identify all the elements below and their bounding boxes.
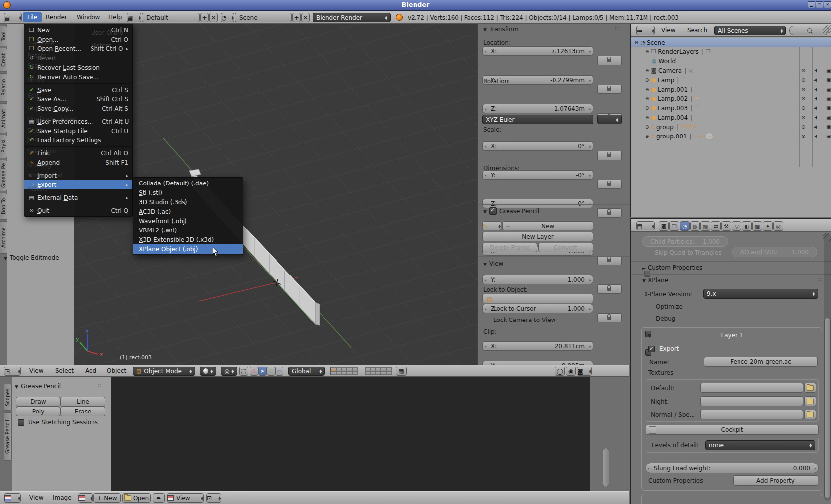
new-layer-button[interactable]: New Layer <box>482 232 593 241</box>
outliner-row-world[interactable]: ◍World <box>631 56 831 66</box>
add-property-button[interactable]: Add Property <box>733 475 818 486</box>
expand-icon[interactable]: ⊕ <box>645 77 649 83</box>
layer-cell[interactable] <box>365 367 370 371</box>
child-particles-field[interactable]: Child Particles:1.000 <box>642 236 728 247</box>
view-panel-header[interactable]: ▼View <box>483 260 627 268</box>
menu-help[interactable]: Help <box>104 12 126 22</box>
menu-item-save[interactable]: ✔SaveCtrl S <box>24 85 132 94</box>
cockpit-toggle-button[interactable]: Cockpit <box>646 425 819 435</box>
layer-cell[interactable] <box>386 371 392 375</box>
renderability-camera-icon[interactable]: ▣ <box>826 68 831 73</box>
tab-material[interactable]: ◐ <box>742 221 752 231</box>
outliner-row-group[interactable]: ⊕ʎgroup|▽▽▽⊙➤▣ <box>631 122 831 132</box>
gp-draw-button[interactable]: Draw <box>16 397 60 407</box>
menu-item-quit[interactable]: ⊗QuitCtrl Q <box>24 206 132 215</box>
toolshelf-tab-creat[interactable]: Creat <box>0 48 7 72</box>
menu-window[interactable]: Window <box>72 12 104 22</box>
lock-toggle-button[interactable] <box>597 284 622 294</box>
scene-add-button[interactable]: + <box>292 13 301 22</box>
outliner-menu-search[interactable]: Search <box>683 25 712 35</box>
selectability-cursor-icon[interactable]: ➤ <box>812 95 819 101</box>
collapse-icon[interactable]: ⊖ <box>634 40 638 45</box>
manipulator-axes-button[interactable]: ✛ <box>250 367 258 376</box>
selectability-cursor-icon[interactable]: ➤ <box>812 105 819 111</box>
scene-field[interactable]: Scene <box>235 13 292 22</box>
visibility-eye-icon[interactable]: ⊙ <box>801 105 805 111</box>
menu-item-user-preferences[interactable]: ▦User Preferences...Ctrl Alt U <box>24 117 132 126</box>
renderability-camera-icon[interactable]: ▣ <box>826 77 831 83</box>
visibility-eye-icon[interactable]: ⊙ <box>801 68 805 73</box>
layer-cell[interactable] <box>365 371 370 375</box>
tab-object[interactable]: ▧ <box>700 221 710 231</box>
layer-cell[interactable] <box>336 367 342 371</box>
expand-icon[interactable]: ⊕ <box>645 68 649 73</box>
transform-field[interactable]: Z:1.07643m <box>482 104 593 113</box>
gizmo-button[interactable]: ⊡▲▼ <box>206 493 221 503</box>
menu-item-recover-last-session[interactable]: ↻Recover Last Session <box>24 63 132 72</box>
view3d-menu-view[interactable]: View <box>25 366 47 376</box>
export-item-3d-studio-3ds[interactable]: 3D Studio (.3ds) <box>133 197 243 207</box>
lock-toggle-button[interactable] <box>597 180 622 189</box>
tab-particles[interactable]: ✦ <box>763 221 773 231</box>
properties-scrollbar-thumb[interactable] <box>824 318 831 498</box>
expand-icon[interactable]: ⊕ <box>645 49 649 54</box>
export-item-x3d-extensible-3d-x3d[interactable]: X3D Extensible 3D (.x3d) <box>133 235 243 244</box>
close-button[interactable]: ✕ <box>824 1 831 8</box>
selectability-cursor-icon[interactable]: ➤ <box>812 86 819 92</box>
rotation-lock-w-button[interactable]: ▲▼ <box>597 115 622 124</box>
tab-world[interactable]: ◍ <box>690 221 700 231</box>
gp-erase-button[interactable]: Erase <box>60 407 105 416</box>
expand-icon[interactable]: ⊕ <box>645 115 649 120</box>
tab-object-data[interactable]: ▽ <box>732 221 741 231</box>
gp-line-button[interactable]: Line <box>60 397 105 407</box>
viewport-shading-select[interactable]: ▲▼ <box>200 367 216 376</box>
layer-cell[interactable] <box>381 371 386 375</box>
menu-item-import[interactable]: ⇐Import▸ <box>24 171 132 180</box>
texture-browse-button[interactable] <box>804 383 816 393</box>
menu-item-external-data[interactable]: ▤External Data▸ <box>24 193 132 202</box>
texture-browse-button[interactable] <box>804 410 816 419</box>
menu-item-open[interactable]: ❒Open...Ctrl O <box>24 35 132 44</box>
scenes-filter-select[interactable]: All Scenes▲▼ <box>714 26 786 35</box>
image-toolshelf-tab-grease-pencil[interactable]: Grease Pencil <box>4 412 12 461</box>
render-engine-select[interactable]: Blender Render▲▼ <box>313 13 391 22</box>
ao-sss-field[interactable]: AO and SSS:1.000 <box>732 247 817 257</box>
orientation-select[interactable]: Global▲▼ <box>288 367 325 376</box>
image-browse-button[interactable]: ▲▼ <box>78 493 93 503</box>
tab-modifiers[interactable]: ⚒ <box>721 221 731 231</box>
menu-item-recover-auto-save[interactable]: ↻Recover Auto Save... <box>24 72 132 82</box>
layer-cell[interactable] <box>342 367 347 371</box>
texture-path-field[interactable] <box>700 410 803 419</box>
menu-render[interactable]: Render <box>42 12 72 22</box>
visibility-eye-icon[interactable]: ⊙ <box>801 124 805 130</box>
toolshelf-tab-archime[interactable]: Archime <box>0 221 7 254</box>
tab-scene[interactable]: ◔ <box>680 221 690 231</box>
renderability-camera-icon[interactable]: ▣ <box>826 124 831 130</box>
name-field[interactable]: Fence-20m-green.ac <box>704 357 818 367</box>
outliner-row-lamp-001[interactable]: ⊕●Lamp.001|⌒⊙➤▣ <box>631 85 831 94</box>
view3d-menu-select[interactable]: Select <box>51 366 78 376</box>
lock-to-object-field[interactable]: ▧ <box>482 294 593 303</box>
pin-button[interactable]: ✒ <box>153 493 165 503</box>
scene-delete-button[interactable]: ✕ <box>301 13 310 22</box>
lock-toggle-button[interactable] <box>597 151 622 160</box>
export-item-wavefront-obj[interactable]: Wavefront (.obj) <box>133 216 243 226</box>
layer-cell[interactable] <box>347 367 352 371</box>
outliner-row-lamp-003[interactable]: ⊕●Lamp.003|⌒⊙➤▣ <box>631 103 831 113</box>
menu-item-revert[interactable]: ↺Revert <box>24 53 132 63</box>
xplane-panel-header[interactable]: ▼XPlane <box>642 277 790 285</box>
expand-icon[interactable]: ⊕ <box>645 87 649 92</box>
outliner-row-lamp-002[interactable]: ⊕●Lamp.002|☀⊙➤▣ <box>631 94 831 103</box>
layer-cell[interactable] <box>376 367 381 371</box>
render-preview-button[interactable]: ◙▲▼ <box>577 367 592 376</box>
sketching-sessions-checkbox[interactable] <box>18 419 24 426</box>
transform-field[interactable]: X:7.12613cm <box>482 46 593 56</box>
lock-toggle-button[interactable] <box>597 56 622 65</box>
renderability-camera-icon[interactable]: ▣ <box>826 115 831 120</box>
texture-path-field[interactable] <box>700 396 803 406</box>
xplane-version-select[interactable]: 9.x▲▼ <box>703 289 818 299</box>
editor-type-button[interactable]: ▤▲▼ <box>4 13 22 22</box>
layer-cell[interactable] <box>336 371 342 375</box>
menu-file[interactable]: File <box>23 12 42 22</box>
visibility-eye-icon[interactable]: ⊙ <box>801 87 805 92</box>
